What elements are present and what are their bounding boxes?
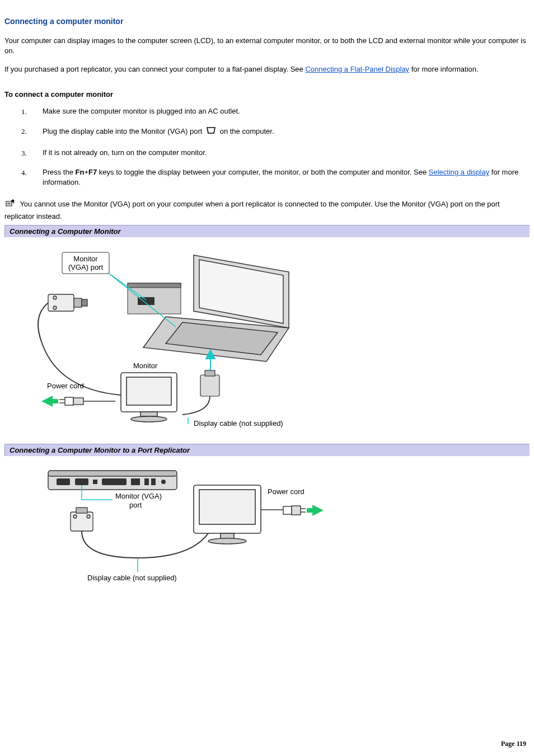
svg-rect-38 — [93, 480, 97, 484]
svg-point-15 — [53, 296, 57, 299]
svg-rect-58 — [292, 506, 301, 515]
svg-text:port: port — [129, 501, 142, 509]
svg-rect-30 — [65, 397, 73, 405]
svg-text:Monitor: Monitor — [133, 361, 158, 370]
svg-rect-25 — [205, 370, 215, 376]
svg-rect-42 — [151, 478, 156, 485]
svg-text:Monitor: Monitor — [73, 255, 98, 263]
key-f7: F7 — [88, 168, 97, 176]
svg-rect-35 — [48, 471, 177, 476]
step-4-text-b: keys to toggle the display between your … — [97, 168, 429, 176]
page-number: Page 119 — [501, 740, 526, 748]
step-2: Plug the display cable into the Monitor … — [31, 126, 530, 138]
svg-rect-41 — [144, 478, 149, 485]
svg-marker-33 — [41, 396, 58, 407]
svg-text:Display cable (not supplied): Display cable (not supplied) — [87, 574, 177, 582]
svg-point-16 — [53, 306, 57, 309]
steps-list: Make sure the computer monitor is plugge… — [4, 106, 530, 187]
intro-p2-text-b: for more information. — [409, 65, 479, 73]
svg-point-50 — [73, 515, 77, 518]
note-text: You cannot use the Monitor (VGA) port on… — [4, 200, 500, 220]
svg-text:Monitor (VGA): Monitor (VGA) — [115, 492, 162, 500]
svg-rect-24 — [200, 375, 219, 396]
svg-rect-37 — [75, 478, 88, 485]
key-plus: + — [84, 168, 88, 176]
svg-rect-18 — [127, 377, 171, 405]
section-heading: Connecting a computer monitor — [4, 17, 530, 26]
figure-2-title-bar: Connecting a Computer Monitor to a Port … — [4, 444, 530, 456]
figure-2-illustration: Monitor (VGA) port Power cord — [26, 463, 339, 586]
vga-port-icon — [205, 126, 217, 138]
svg-rect-39 — [102, 478, 127, 485]
svg-rect-36 — [57, 478, 70, 485]
step-2-text-a: Plug the display cable into the Monitor … — [43, 127, 204, 135]
svg-point-20 — [131, 416, 167, 422]
step-2-text-b: on the computer. — [220, 127, 274, 135]
svg-text:Power cord: Power cord — [268, 487, 305, 496]
link-selecting-display[interactable]: Selecting a display — [429, 168, 489, 176]
svg-text:(VGA) port: (VGA) port — [68, 263, 104, 271]
svg-text:Display cable (not supplied): Display cable (not supplied) — [194, 419, 283, 428]
step-3: If it is not already on, turn on the com… — [31, 148, 530, 158]
step-4: Press the Fn+F7 keys to toggle the displ… — [31, 167, 530, 187]
figure-1-title-bar: Connecting a Computer Monitor — [4, 225, 530, 237]
svg-marker-61 — [307, 505, 324, 516]
svg-point-51 — [87, 515, 90, 518]
svg-rect-5 — [128, 283, 181, 288]
svg-rect-53 — [199, 490, 255, 524]
sub-heading: To connect a computer monitor — [4, 90, 530, 98]
figure-1: Monitor (VGA) port Monitor — [4, 240, 530, 440]
svg-rect-12 — [48, 294, 74, 311]
svg-rect-13 — [74, 298, 82, 307]
svg-rect-14 — [82, 299, 87, 306]
svg-rect-57 — [283, 506, 292, 514]
svg-rect-29 — [73, 398, 83, 405]
step-1: Make sure the computer monitor is plugge… — [31, 106, 530, 116]
note: You cannot use the Monitor (VGA) port on… — [4, 198, 530, 221]
svg-rect-19 — [140, 412, 157, 416]
intro-p2-text-a: If you purchased a port replicator, you … — [4, 65, 305, 73]
svg-point-55 — [208, 538, 246, 544]
figure-2: Monitor (VGA) port Power cord — [4, 458, 530, 598]
intro-paragraph-2: If you purchased a port replicator, you … — [4, 64, 530, 74]
link-connecting-flat-panel[interactable]: Connecting a Flat-Panel Display — [305, 65, 409, 73]
note-icon — [4, 198, 16, 211]
key-fn: Fn — [76, 168, 85, 176]
intro-paragraph-1: Your computer can display images to the … — [4, 36, 530, 55]
svg-rect-49 — [76, 508, 87, 513]
svg-rect-40 — [131, 478, 140, 485]
figure-1-illustration: Monitor (VGA) port Monitor — [26, 244, 317, 429]
step-4-text-a: Press the — [43, 168, 76, 176]
svg-text:Power cord: Power cord — [47, 382, 84, 390]
svg-point-43 — [161, 480, 166, 484]
